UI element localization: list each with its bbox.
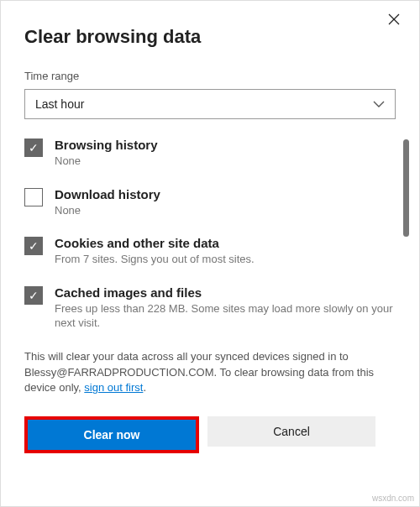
clear-browsing-data-dialog: Clear browsing data Time range Last hour… <box>0 0 420 507</box>
checkbox-download-history[interactable] <box>24 188 43 206</box>
sign-out-link[interactable]: sign out first <box>84 381 143 394</box>
sync-info-text: This will clear your data across all you… <box>24 349 396 397</box>
checkmark-icon: ✓ <box>29 142 39 154</box>
time-range-select[interactable]: Last hour <box>24 89 396 119</box>
close-button[interactable] <box>384 11 404 31</box>
scrollbar[interactable] <box>403 139 409 237</box>
checkbox-cookies[interactable]: ✓ <box>24 237 43 255</box>
option-title: Cookies and other site data <box>55 236 396 250</box>
option-desc: Frees up less than 228 MB. Some sites ma… <box>55 301 396 331</box>
button-row: Clear now Cancel <box>24 416 396 453</box>
info-text-before: This will clear your data across all you… <box>24 350 374 395</box>
option-title: Cached images and files <box>55 285 396 300</box>
checkmark-icon: ✓ <box>29 290 39 301</box>
checkmark-icon: ✓ <box>29 240 39 252</box>
option-desc: From 7 sites. Signs you out of most site… <box>55 252 396 267</box>
checkbox-cached-images[interactable]: ✓ <box>24 286 43 305</box>
info-text-after: . <box>143 381 146 394</box>
option-desc: None <box>55 154 396 169</box>
chevron-down-icon <box>373 98 385 110</box>
option-download-history: Download history None <box>24 187 396 218</box>
option-cached-images: ✓ Cached images and files Frees up less … <box>24 285 396 331</box>
clear-now-button[interactable]: Clear now <box>28 420 196 450</box>
dialog-title: Clear browsing data <box>24 26 396 48</box>
time-range-label: Time range <box>24 70 396 82</box>
option-cookies: ✓ Cookies and other site data From 7 sit… <box>24 236 396 267</box>
highlight-box: Clear now <box>24 416 199 453</box>
close-icon <box>388 13 400 29</box>
options-list: ✓ Browsing history None Download history… <box>24 138 396 331</box>
option-browsing-history: ✓ Browsing history None <box>24 138 396 169</box>
option-title: Browsing history <box>55 138 396 152</box>
option-desc: None <box>55 203 396 218</box>
checkbox-browsing-history[interactable]: ✓ <box>24 139 43 157</box>
option-title: Download history <box>55 187 396 201</box>
cancel-button[interactable]: Cancel <box>207 416 375 447</box>
time-range-value: Last hour <box>35 97 84 111</box>
watermark: wsxdn.com <box>372 494 414 503</box>
